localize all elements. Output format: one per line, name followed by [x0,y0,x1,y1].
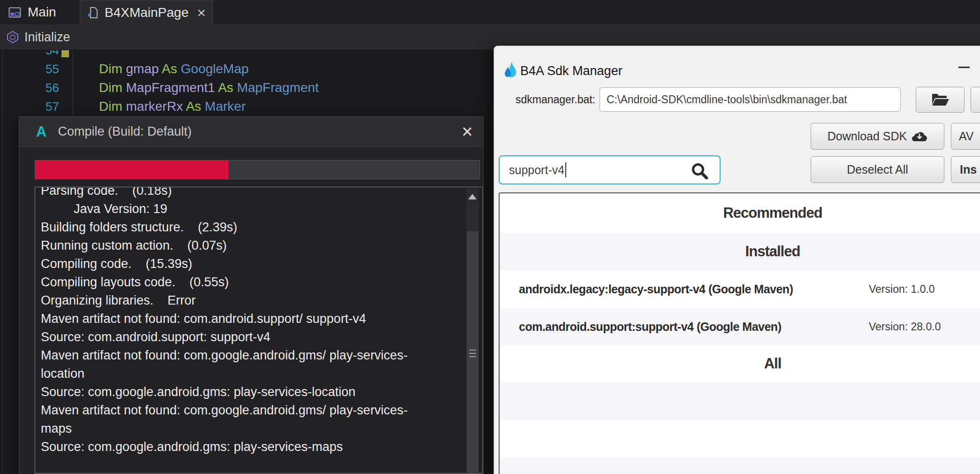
line-number: 55 [28,60,59,78]
breadcrumb-item[interactable]: Initialize [24,30,70,45]
package-version: Version: 28.0.0 [869,308,941,345]
empty-row [500,382,980,420]
scrollbar-thumb[interactable] [467,231,479,473]
tab-close-icon[interactable]: × [197,5,206,20]
grip-line [469,350,476,351]
open-folder-icon [931,93,949,107]
tab-label: Main [28,5,56,20]
browse-folder-button[interactable] [916,87,965,113]
tab-main[interactable]: Main [1,0,64,24]
compile-dialog-titlebar: A Compile (Build: Default) × [19,117,483,147]
code-text: Dim markerRx As Marker [99,97,246,116]
log-line: Organizing libraries. Error [41,291,463,310]
compile-dialog-title: Compile (Build: Default) [58,124,191,139]
grip-line [469,356,476,357]
window-title: B4A Sdk Manager [520,64,623,78]
package-search-box[interactable]: support-v4 [499,155,721,184]
log-line: Parsing code. (0.18s) [41,187,463,200]
avd-button-partial[interactable]: AV [951,123,980,150]
editor-tab-bar: Main B4XMainPage × [0,0,980,24]
scroll-up-icon[interactable] [468,194,477,199]
form-icon [8,7,21,18]
sdk-manager-window: B4A Sdk Manager sdkmanager.bat: C:\Andro… [494,46,980,474]
list-section-header: All [500,345,980,382]
page-icon [88,7,98,19]
package-version: Version: 1.0.0 [869,270,935,308]
cloud-download-icon [912,130,927,142]
minimize-button[interactable] [953,59,975,75]
tab-label: B4XMainPage [105,5,189,20]
compile-log-box[interactable]: Parsing code. (0.18s)Java Version: 19Bui… [35,187,483,474]
code-line[interactable]: 56Dim MapFragment1 As MapFragment [0,78,488,97]
empty-row [500,458,980,474]
log-line: Compiling code. (15.39s) [41,255,463,273]
package-row[interactable]: androidx.legacy:legacy-support-v4 (Googl… [500,270,980,308]
sdkmanager-path-input[interactable]: C:\Android-SDK\cmdline-tools\bin\sdkmana… [600,87,901,112]
log-lines: Parsing code. (0.18s)Java Version: 19Bui… [41,187,463,456]
search-icon [691,162,709,183]
search-input-value[interactable]: support-v4 [509,163,564,177]
download-sdk-button[interactable]: Download SDK [811,123,944,150]
code-text: Dim MapFragment1 As MapFragment [99,78,319,97]
code-text: Dim gmap As GoogleMap [99,60,249,78]
line-number: 56 [28,78,59,97]
button-label: Ins [960,163,977,176]
package-row[interactable]: com.android.support:support-v4 (Google M… [500,308,980,345]
screen: Main B4XMainPage × Initialize 5455Dim gm… [0,0,980,474]
progress-fill [35,161,228,179]
list-section-header: Recommended [500,193,980,233]
hexagon-icon [7,31,19,44]
log-line: Source: com.android.support: support-v4 [41,328,463,346]
log-line: Maven artifact not found: com.android.su… [41,310,463,328]
change-marker-icon [61,50,69,57]
log-line: Maven artifact not found: com.google.and… [41,401,463,420]
b4a-logo-icon: A [36,123,46,140]
button-label: AV [959,130,974,143]
close-icon[interactable]: × [458,121,477,142]
log-line: Building folders structure. (2.39s) [41,218,463,237]
log-line: Running custom action. (0.07s) [41,237,463,255]
button-label: Download SDK [828,130,907,143]
sdkmanager-path-label: sdkmanager.bat: [499,93,595,106]
list-section-header: Installed [500,233,980,270]
deselect-all-button[interactable]: Deselect All [811,156,944,183]
install-button-partial[interactable]: Ins [951,156,980,183]
compile-dialog: A Compile (Build: Default) × Parsing cod… [19,116,484,474]
log-scrollbar[interactable] [466,188,479,472]
code-line[interactable]: 54 [0,50,488,60]
button-label: Deselect All [847,163,908,176]
secondary-tool-button[interactable] [971,87,980,113]
log-line: Java Version: 19 [41,200,463,218]
text-caret [565,162,566,177]
code-line[interactable]: 55Dim gmap As GoogleMap [0,60,488,78]
log-line: Compiling layouts code. (0.55s) [41,273,463,291]
compile-progress-bar [35,160,480,179]
log-line: Maven artifact not found: com.google.and… [41,346,463,365]
log-line: location [41,365,463,383]
log-line: Source: com.google.android.gms: play-ser… [41,383,463,401]
empty-row [500,420,980,458]
package-name: com.android.support:support-v4 (Google M… [519,308,781,345]
line-number: 54 [28,50,59,60]
tab-b4xmainpage[interactable]: B4XMainPage × [80,0,213,25]
code-line[interactable]: 57Dim markerRx As Marker [0,97,488,116]
b4a-flame-icon [504,61,517,82]
log-line: Source: com.google.android.gms: play-ser… [41,438,463,456]
package-list[interactable]: RecommendedInstalledandroidx.legacy:lega… [499,192,980,474]
grip-line [469,353,476,354]
package-name: androidx.legacy:legacy-support-v4 (Googl… [519,270,793,308]
log-line: maps [41,420,463,438]
line-number: 57 [28,97,59,116]
